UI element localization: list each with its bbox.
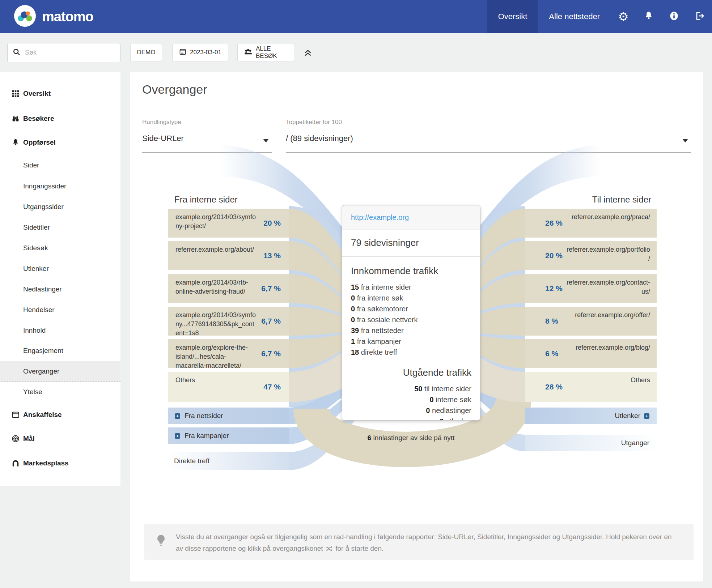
date-picker-label: 2023-03-01 [190, 49, 221, 56]
from-page-url: example.org/2014/03/symfony...4776914830… [175, 311, 256, 338]
from-page-percent: 6,7 % [261, 317, 281, 325]
outlinks-band[interactable]: Utlenker + [525, 408, 657, 424]
from-page-node[interactable]: example.org/explore-the-island/...hes/ca… [168, 339, 289, 368]
page-reloads-label: 6 innlastinger av side på nytt [346, 434, 476, 442]
from-page-node[interactable]: referrer.example.org/about/ 13 % [168, 241, 289, 270]
sidebar-item-besokere[interactable]: Besøkere [0, 108, 120, 129]
sidebar-item-label: Besøkere [23, 115, 54, 123]
sidebar-item-label: Utlenker [23, 265, 49, 273]
sidebar-item-label: Oversikt [23, 90, 51, 98]
page-reloads-text: innlastinger av side på nytt [373, 434, 454, 442]
to-page-node[interactable]: referrer.example.org/blog/ 6 % [525, 339, 657, 368]
settings-button[interactable]: ⚙ [611, 0, 636, 33]
sidebar-item-label: Sidetitler [23, 223, 50, 231]
notifications-button[interactable] [636, 0, 661, 33]
segment-selector-button[interactable]: ALLE BESØK [237, 44, 294, 61]
plus-icon[interactable]: + [175, 413, 180, 419]
sidebar-item-sidesok[interactable]: Sidesøk [0, 238, 120, 258]
matomo-logo[interactable]: matomo [0, 0, 93, 33]
sidebar-item-sider[interactable]: Sider [0, 155, 120, 175]
site-selector-button[interactable]: DEMO [130, 44, 162, 61]
from-page-node[interactable]: example.org/2014/03/symfony-project/ 20 … [168, 209, 289, 238]
sidebar-item-mal[interactable]: Mål [0, 428, 120, 449]
sidebar-item-label: Mål [23, 435, 35, 443]
from-page-percent: 13 % [263, 251, 281, 260]
from-page-node[interactable]: example.org/2014/03/symfony...4776914830… [168, 307, 289, 336]
sidebar-item-oppforsel[interactable]: Oppførsel [0, 132, 120, 153]
from-page-percent: 6,7 % [261, 349, 281, 358]
brand-name: matomo [42, 9, 93, 25]
tab-oversikt-label: Oversikt [498, 12, 527, 21]
sidebar-item-label: Anskaffelse [23, 411, 62, 419]
sidebar-item-label: Sider [23, 161, 39, 169]
transition-details-popup: http://example.org 79 sidevisninger Innk… [342, 205, 480, 421]
tab-alle-nettsteder[interactable]: Alle nettsteder [538, 0, 611, 33]
to-page-percent: 26 % [545, 219, 563, 227]
sidebar-item-inngangssider[interactable]: Inngangssider [0, 176, 120, 196]
content-area: Oversikt Besøkere Oppførsel Sider [0, 72, 712, 588]
sidebar-item-label: Sidesøk [23, 244, 48, 252]
help-button[interactable] [661, 0, 687, 33]
search-input[interactable] [24, 48, 115, 57]
sidebar-item-nedlastinger[interactable]: Nedlastinger [0, 279, 120, 299]
to-page-percent: 12 % [545, 284, 563, 293]
grid-icon [11, 90, 20, 98]
from-campaigns-band[interactable]: + Fra kampanjer [168, 427, 289, 444]
date-picker-button[interactable]: 2023-03-01 [172, 44, 228, 61]
sidebar-item-innhold[interactable]: Innhold [0, 320, 120, 341]
sidebar-item-anskaffelse[interactable]: Anskaffelse [0, 404, 120, 425]
sidebar-item-overganger[interactable]: Overganger [0, 361, 120, 382]
to-page-node[interactable]: referrer.example.org/contact-us/ 12 % [525, 274, 657, 303]
from-others-node[interactable]: Others 47 % [168, 372, 289, 402]
from-websites-band[interactable]: + Fra nettsider [168, 408, 289, 424]
to-page-url: referrer.example.org/praca/ [565, 213, 650, 222]
sidebar-item-markedsplass[interactable]: Markedsplass [0, 453, 120, 473]
matomo-logo-icon [14, 5, 36, 29]
incoming-item: 0 fra sosiale nettverk [351, 314, 471, 325]
sidebar-item-utgangssider[interactable]: Utgangssider [0, 196, 120, 217]
plus-icon[interactable]: + [644, 413, 649, 419]
to-others-node[interactable]: Others 28 % [525, 372, 657, 402]
transitions-shuffle-icon [326, 545, 333, 552]
tip-text: Visste du at overganger også er tilgjeng… [176, 531, 679, 554]
incoming-item: 18 direkte treff [351, 347, 471, 358]
binoculars-icon [11, 115, 20, 123]
target-icon [11, 435, 20, 443]
people-icon [244, 48, 252, 57]
tab-oversikt[interactable]: Oversikt [487, 0, 538, 33]
marketplace-icon [11, 459, 20, 467]
to-page-percent: 6 % [545, 349, 558, 358]
sidebar-item-label: Hendelser [23, 306, 55, 314]
from-campaigns-label: Fra kampanjer [185, 432, 229, 440]
direct-entries-band: Direkte treff [168, 452, 289, 470]
sidebar-item-ytelse[interactable]: Ytelse [0, 382, 120, 402]
sidebar-item-oversikt[interactable]: Oversikt [0, 83, 120, 104]
from-page-url: example.org/explore-the-island/...hes/ca… [175, 343, 256, 370]
sidebar-item-label: Inngangssider [23, 182, 66, 190]
outlinks-label: Utlenker [615, 412, 640, 420]
sidebar-item-engasjement[interactable]: Engasjement [0, 340, 120, 361]
sidebar-item-label: Engasjement [23, 347, 63, 355]
sidebar: Oversikt Besøkere Oppførsel Sider [0, 72, 120, 486]
sidebar-item-label: Oppførsel [23, 139, 56, 146]
search-box[interactable] [7, 43, 120, 62]
sidebar-item-sidetitler[interactable]: Sidetitler [0, 217, 120, 238]
collapse-toolbar-button[interactable] [303, 48, 313, 59]
incoming-item: 0 fra søkemotorer [351, 303, 471, 314]
outgoing-traffic-heading: Utgående trafikk [351, 367, 471, 378]
to-page-node[interactable]: referrer.example.org/offer/ 8 % [525, 307, 657, 336]
page-url-link[interactable]: http://example.org [351, 213, 409, 221]
tip-text-before: Visste du at overganger også er tilgjeng… [176, 533, 672, 552]
from-page-node[interactable]: example.org/2014/03/rtb-online-advertisi… [168, 274, 289, 303]
lightbulb-icon [156, 534, 166, 550]
logout-button[interactable] [687, 0, 712, 33]
plus-icon[interactable]: + [175, 433, 180, 439]
sidebar-item-hendelser[interactable]: Hendelser [0, 299, 120, 320]
report-card: Overganger Handlingstype Toppetiketter f… [130, 72, 703, 581]
to-page-node[interactable]: referrer.example.org/praca/ 26 % [525, 209, 657, 238]
from-internal-pages-heading: Fra interne sider [174, 195, 238, 205]
to-page-url: referrer.example.org/blog/ [565, 343, 650, 352]
to-page-node[interactable]: referrer.example.org/portfolio/ 20 % [525, 241, 657, 270]
from-page-url: Others [175, 376, 256, 385]
sidebar-item-utlenker[interactable]: Utlenker [0, 258, 120, 279]
